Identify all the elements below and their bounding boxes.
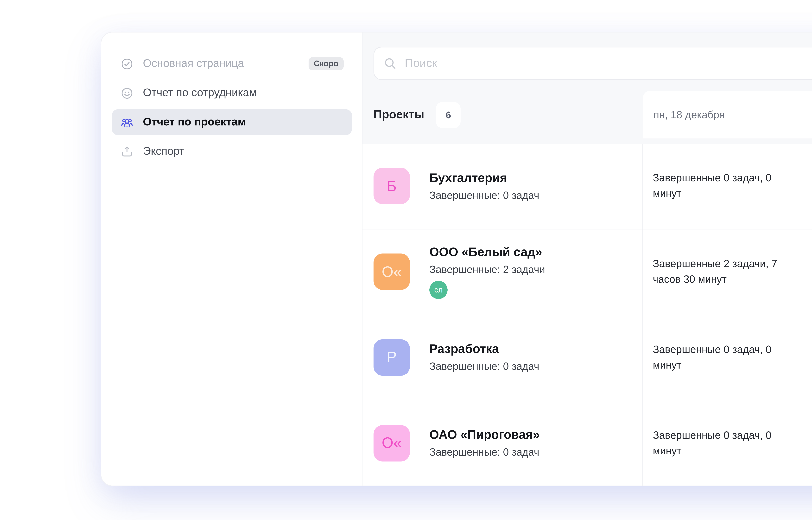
project-cell: Б Бухгалтерия Завершенные: 0 задач [362, 144, 643, 229]
project-avatar: О« [373, 254, 410, 290]
day-cell: Завершенные 0 задач, 0 минут [643, 400, 812, 486]
date-column-header: пн, 18 декабря [643, 91, 812, 138]
day-cell: Завершенные 0 задач, 0 минут [643, 315, 812, 400]
people-group-icon [120, 115, 134, 129]
project-cell: О« ООО «Белый сад» Завершенные: 2 задачи… [362, 229, 643, 314]
day-cell: Завершенные 2 задачи, 7 часов 30 минут [643, 229, 812, 314]
app-window: Основная страница Скоро Отчет по сотрудн… [101, 32, 812, 486]
smiley-icon [120, 86, 134, 100]
table-row[interactable]: Р Разработка Завершенные: 0 задач Заверш… [362, 314, 812, 400]
sidebar-item-export[interactable]: Экспорт [112, 138, 352, 164]
sidebar-item-label: Отчет по проектам [143, 116, 246, 129]
project-avatar: Б [373, 168, 410, 204]
project-cell: Р Разработка Завершенные: 0 задач [362, 315, 643, 400]
search-input[interactable] [373, 47, 812, 80]
projects-header: Проекты 6 [362, 91, 643, 138]
project-avatar: Р [373, 339, 410, 376]
sidebar-item-smiley[interactable]: Отчет по сотрудникам [112, 80, 352, 106]
coming-soon-badge: Скоро [309, 57, 344, 70]
sidebar-item-label: Экспорт [143, 145, 185, 158]
sidebar: Основная страница Скоро Отчет по сотрудн… [101, 32, 362, 486]
member-badge: сл [429, 281, 448, 299]
search-bar [373, 47, 812, 80]
table-row[interactable]: Б Бухгалтерия Завершенные: 0 задач Завер… [362, 144, 812, 229]
header-body-gap [362, 138, 812, 144]
day-cell: Завершенные 0 задач, 0 минут [643, 144, 812, 229]
project-subtitle: Завершенные: 0 задач [429, 447, 540, 459]
export-icon [120, 145, 134, 158]
check-circle-icon [120, 57, 134, 71]
page-title: Проекты [373, 108, 424, 122]
main-panel: Проекты 6 пн, 18 декабря вт, 19 декабря … [362, 32, 812, 486]
project-subtitle: Завершенные: 2 задачи [429, 264, 545, 276]
project-cell: О« ОАО «Пироговая» Завершенные: 0 задач [362, 400, 643, 486]
projects-count-badge: 6 [436, 102, 461, 128]
project-title: Бухгалтерия [429, 171, 539, 185]
project-avatar: О« [373, 425, 410, 461]
sidebar-item-label: Основная страница [143, 57, 244, 70]
sidebar-item-label: Отчет по сотрудникам [143, 86, 257, 100]
sidebar-item-check-circle[interactable]: Основная страница Скоро [112, 51, 352, 77]
page: Основная страница Скоро Отчет по сотрудн… [0, 0, 812, 520]
projects-table: Б Бухгалтерия Завершенные: 0 задач Завер… [362, 144, 812, 486]
project-subtitle: Завершенные: 0 задач [429, 190, 539, 202]
project-title: Разработка [429, 342, 539, 357]
table-header: Проекты 6 пн, 18 декабря вт, 19 декабря [362, 91, 812, 138]
table-row[interactable]: О« ООО «Белый сад» Завершенные: 2 задачи… [362, 229, 812, 314]
project-title: ООО «Белый сад» [429, 245, 545, 259]
sidebar-item-people-group[interactable]: Отчет по проектам [112, 109, 352, 135]
project-title: ОАО «Пироговая» [429, 428, 540, 442]
project-subtitle: Завершенные: 0 задач [429, 361, 539, 373]
table-row[interactable]: О« ОАО «Пироговая» Завершенные: 0 задач … [362, 400, 812, 486]
